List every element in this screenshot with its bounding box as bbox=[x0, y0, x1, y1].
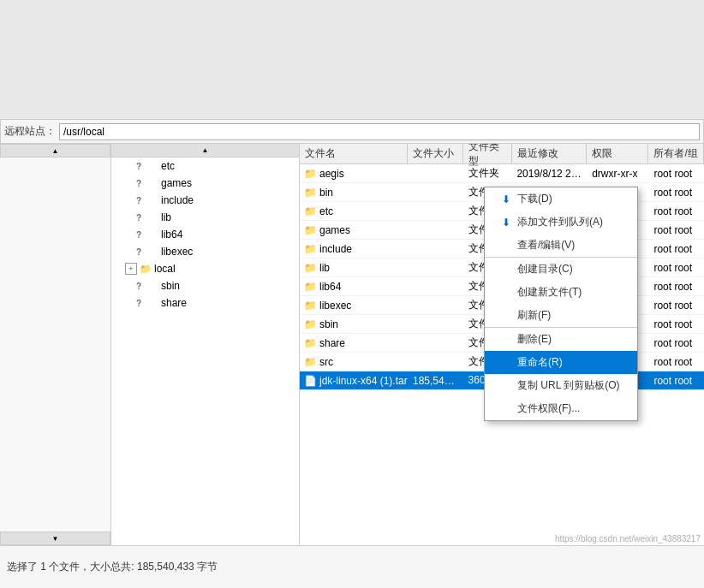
table-row[interactable]: 📁 aegis 文件夹 2019/8/12 20... drwxr-xr-x r… bbox=[300, 164, 704, 183]
file-name: lib64 bbox=[319, 281, 341, 293]
ctx-item-label: 文件权限(F)... bbox=[517, 401, 580, 416]
ctx-item-label: 删除(E) bbox=[517, 332, 552, 347]
file-name: bin bbox=[319, 187, 333, 199]
tree-item-label-lib: lib bbox=[161, 211, 171, 223]
file-modified: 2019/8/12 20... bbox=[511, 168, 587, 180]
ctx-item-create-new[interactable]: 创建新文件(T) bbox=[485, 281, 637, 304]
tree-item-lib[interactable]: ? lib bbox=[111, 209, 299, 226]
file-perms: drwxr-xr-x bbox=[587, 168, 648, 180]
file-name-cell: 📁 sbin bbox=[300, 318, 408, 331]
ctx-item-label: 复制 URL 到剪贴板(O) bbox=[517, 378, 620, 393]
file-owner: root root bbox=[648, 318, 704, 330]
file-name-cell: 📁 src bbox=[300, 355, 408, 369]
folder-icon: 📁 bbox=[303, 299, 317, 312]
file-name: libexec bbox=[319, 300, 351, 312]
file-owner: root root bbox=[648, 187, 704, 199]
tree-item-share[interactable]: ? share bbox=[111, 294, 299, 312]
file-owner: root root bbox=[648, 337, 704, 349]
file-name-cell: 📁 etc bbox=[300, 205, 408, 218]
watermark: https://blog.csdn.net/weixin_43883217 bbox=[555, 534, 701, 543]
download-icon: ⬇ bbox=[498, 193, 514, 205]
tree-item-libexec[interactable]: ? libexec bbox=[111, 243, 299, 260]
ctx-item-file-perms[interactable]: 文件权限(F)... bbox=[485, 397, 637, 420]
ctx-item-copy-url[interactable]: 复制 URL 到剪贴板(O) bbox=[485, 374, 637, 397]
ctx-item-label: 添加文件到队列(A) bbox=[517, 215, 603, 229]
file-name-cell: 📁 aegis bbox=[300, 167, 408, 181]
col-header-perms: 权限 bbox=[587, 144, 648, 163]
ctx-item-label: 创建新文件(T) bbox=[517, 285, 582, 300]
tree-item-sbin[interactable]: ? sbin bbox=[111, 277, 299, 294]
ctx-item-create-dir[interactable]: 创建目录(C) bbox=[485, 258, 637, 281]
folder-icon: 📁 bbox=[139, 262, 152, 276]
file-icon: 📄 bbox=[303, 374, 317, 388]
scroll-up-btn[interactable]: ▲ bbox=[0, 144, 110, 157]
ctx-item-label: 创建目录(C) bbox=[517, 262, 573, 276]
question-icon: ? bbox=[132, 279, 146, 293]
question-icon: ? bbox=[132, 245, 146, 258]
tree-item-games[interactable]: ? games bbox=[111, 175, 299, 192]
file-name-cell: 📁 games bbox=[300, 223, 408, 237]
question-icon: ? bbox=[132, 296, 146, 310]
remote-path-input[interactable] bbox=[59, 123, 700, 140]
main-area: ▲ ▼ ▲ ? etc ? games ? include ? lib ? bbox=[0, 144, 704, 545]
scroll-down-btn[interactable]: ▼ bbox=[0, 532, 110, 545]
col-header-modified: 最近修改 bbox=[512, 144, 588, 163]
context-menu: ⬇下载(D)⬇添加文件到队列(A)查看/编辑(V)创建目录(C)创建新文件(T)… bbox=[484, 187, 638, 421]
file-name: sbin bbox=[319, 318, 338, 330]
file-name: lib bbox=[319, 262, 330, 274]
tree-item-etc[interactable]: ? etc bbox=[111, 157, 299, 175]
file-name-cell: 📁 lib bbox=[300, 261, 408, 275]
tree-item-local[interactable]: + 📁 local bbox=[111, 260, 299, 277]
file-name-cell: 📁 lib64 bbox=[300, 280, 408, 294]
col-header-filename: 文件名 bbox=[300, 144, 408, 163]
remote-label: 远程站点： bbox=[4, 124, 59, 139]
file-name-cell: 📁 bin bbox=[300, 186, 408, 199]
col-header-type: 文件类型 bbox=[463, 144, 512, 163]
tree-item-lib64[interactable]: ? lib64 bbox=[111, 226, 299, 243]
status-bar: 选择了 1 个文件，大小总共: 185,540,433 字节 bbox=[0, 545, 704, 588]
ctx-item-download[interactable]: ⬇下载(D) bbox=[485, 187, 637, 211]
ctx-item-rename[interactable]: 重命名(R) bbox=[485, 351, 637, 374]
ctx-item-refresh[interactable]: 刷新(F) bbox=[485, 304, 637, 328]
column-headers: 文件名 文件大小 文件类型 最近修改 权限 所有者/组 bbox=[300, 144, 704, 164]
folder-icon: 📁 bbox=[303, 355, 317, 369]
ctx-item-delete[interactable]: 删除(E) bbox=[485, 328, 637, 351]
file-name: aegis bbox=[319, 168, 344, 180]
tree-item-include[interactable]: ? include bbox=[111, 192, 299, 209]
file-name-cell: 📁 libexec bbox=[300, 299, 408, 312]
file-name: share bbox=[319, 337, 345, 349]
folder-icon: 📁 bbox=[303, 242, 317, 256]
file-name-cell: 📄 jdk-linux-x64 (1).tar.gz bbox=[300, 374, 408, 388]
ctx-item-label: 重命名(R) bbox=[517, 355, 563, 370]
folder-icon: 📁 bbox=[303, 167, 317, 181]
tree-item-label-games: games bbox=[161, 177, 192, 189]
ctx-item-view-edit[interactable]: 查看/编辑(V) bbox=[485, 234, 637, 258]
file-name: etc bbox=[319, 205, 333, 217]
file-name-cell: 📁 share bbox=[300, 336, 408, 350]
tree-item-label-etc: etc bbox=[161, 160, 175, 172]
ctx-item-add-to-queue[interactable]: ⬇添加文件到队列(A) bbox=[485, 211, 637, 234]
question-icon: ? bbox=[132, 228, 146, 241]
folder-icon: 📁 bbox=[303, 186, 317, 199]
file-owner: root root bbox=[648, 168, 704, 180]
remote-path-bar: 远程站点： bbox=[0, 120, 704, 144]
question-icon: ? bbox=[132, 176, 146, 190]
file-name: games bbox=[319, 224, 350, 236]
file-type: 文件夹 bbox=[463, 166, 512, 181]
tree-panel: ▲ ? etc ? games ? include ? lib ? lib64 bbox=[111, 144, 300, 545]
file-list-panel: 文件名 文件大小 文件类型 最近修改 权限 所有者/组 📁 aegis 文件夹 … bbox=[300, 144, 704, 545]
file-owner: root root bbox=[648, 375, 704, 387]
tree-scroll-up[interactable]: ▲ bbox=[111, 144, 299, 157]
tree-expand-local[interactable]: + bbox=[125, 263, 137, 275]
file-owner: root root bbox=[648, 281, 704, 293]
ctx-item-label: 刷新(F) bbox=[517, 308, 551, 323]
left-panel: ▲ ▼ bbox=[0, 144, 111, 545]
question-icon: ? bbox=[132, 211, 146, 224]
question-icon: ? bbox=[132, 159, 146, 173]
file-owner: root root bbox=[648, 224, 704, 236]
col-header-size: 文件大小 bbox=[408, 144, 463, 163]
app-chrome bbox=[0, 0, 704, 120]
tree-item-label-share: share bbox=[161, 297, 187, 309]
file-name: src bbox=[319, 356, 333, 368]
folder-icon: 📁 bbox=[303, 261, 317, 275]
